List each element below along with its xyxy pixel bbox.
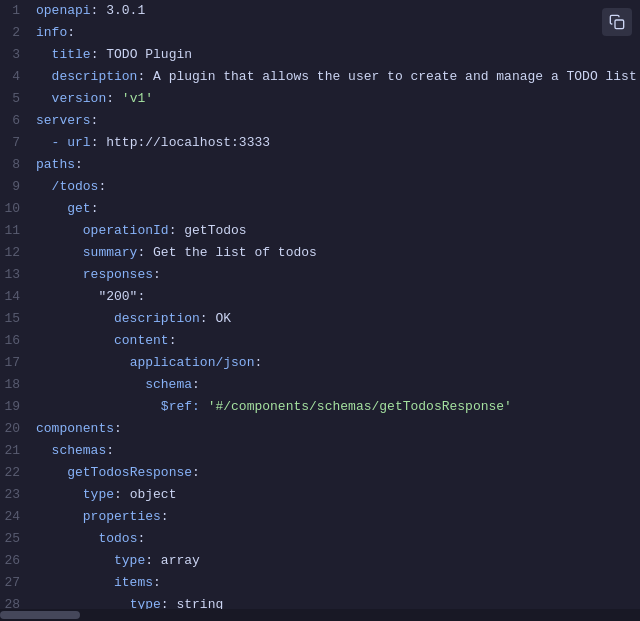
table-row: 25 todos: [0,528,640,550]
table-row: 16 content: [0,330,640,352]
line-content: content: [36,331,176,351]
line-number: 25 [0,529,36,549]
line-content: schemas: [36,441,114,461]
line-number: 15 [0,309,36,329]
table-row: 14 "200": [0,286,640,308]
table-row: 12 summary: Get the list of todos [0,242,640,264]
line-number: 16 [0,331,36,351]
line-content: application/json: [36,353,262,373]
table-row: 23 type: object [0,484,640,506]
line-content: openapi: 3.0.1 [36,1,145,21]
line-content: get: [36,199,98,219]
line-content: $ref: '#/components/schemas/getTodosResp… [36,397,512,417]
line-number: 19 [0,397,36,417]
table-row: 10 get: [0,198,640,220]
line-content: todos: [36,529,145,549]
line-number: 26 [0,551,36,571]
table-row: 27 items: [0,572,640,594]
line-number: 2 [0,23,36,43]
table-row: 4 description: A plugin that allows the … [0,66,640,88]
line-content: getTodosResponse: [36,463,200,483]
table-row: 21 schemas: [0,440,640,462]
table-row: 8paths: [0,154,640,176]
table-row: 1openapi: 3.0.1 [0,0,640,22]
table-row: 7 - url: http://localhost:3333 [0,132,640,154]
line-number: 10 [0,199,36,219]
line-number: 23 [0,485,36,505]
copy-icon [609,14,625,30]
line-number: 22 [0,463,36,483]
line-content: info: [36,23,75,43]
table-row: 13 responses: [0,264,640,286]
line-number: 11 [0,221,36,241]
line-number: 7 [0,133,36,153]
line-content: type: object [36,485,176,505]
line-number: 21 [0,441,36,461]
line-content: summary: Get the list of todos [36,243,317,263]
line-number: 24 [0,507,36,527]
line-number: 20 [0,419,36,439]
line-content: version: 'v1' [36,89,153,109]
line-number: 3 [0,45,36,65]
line-content: schema: [36,375,200,395]
scrollbar-track [0,609,640,621]
line-number: 13 [0,265,36,285]
line-number: 4 [0,67,36,87]
line-number: 6 [0,111,36,131]
line-content: description: OK [36,309,231,329]
scrollbar-thumb[interactable] [0,611,80,619]
line-number: 5 [0,89,36,109]
line-content: "200": [36,287,145,307]
table-row: 6servers: [0,110,640,132]
line-number: 1 [0,1,36,21]
line-content: /todos: [36,177,106,197]
line-content: - url: http://localhost:3333 [36,133,270,153]
line-number: 17 [0,353,36,373]
line-content: items: [36,573,161,593]
table-row: 18 schema: [0,374,640,396]
table-row: 24 properties: [0,506,640,528]
table-row: 17 application/json: [0,352,640,374]
horizontal-scrollbar[interactable] [0,609,640,621]
copy-button[interactable] [602,8,632,36]
table-row: 9 /todos: [0,176,640,198]
line-number: 9 [0,177,36,197]
table-row: 11 operationId: getTodos [0,220,640,242]
line-number: 14 [0,287,36,307]
table-row: 2info: [0,22,640,44]
line-content: properties: [36,507,169,527]
line-number: 12 [0,243,36,263]
line-number: 18 [0,375,36,395]
line-content: components: [36,419,122,439]
line-content: servers: [36,111,98,131]
line-number: 8 [0,155,36,175]
line-content: operationId: getTodos [36,221,247,241]
table-row: 20components: [0,418,640,440]
line-content: title: TODO Plugin [36,45,192,65]
svg-rect-0 [615,20,624,29]
code-container: 1openapi: 3.0.12info:3 title: TODO Plugi… [0,0,640,621]
line-content: paths: [36,155,83,175]
line-content: type: array [36,551,200,571]
table-row: 3 title: TODO Plugin [0,44,640,66]
code-block: 1openapi: 3.0.12info:3 title: TODO Plugi… [0,0,640,621]
table-row: 15 description: OK [0,308,640,330]
line-content: responses: [36,265,161,285]
line-content: description: A plugin that allows the us… [36,67,640,87]
table-row: 5 version: 'v1' [0,88,640,110]
table-row: 19 $ref: '#/components/schemas/getTodosR… [0,396,640,418]
table-row: 26 type: array [0,550,640,572]
table-row: 22 getTodosResponse: [0,462,640,484]
line-number: 27 [0,573,36,593]
